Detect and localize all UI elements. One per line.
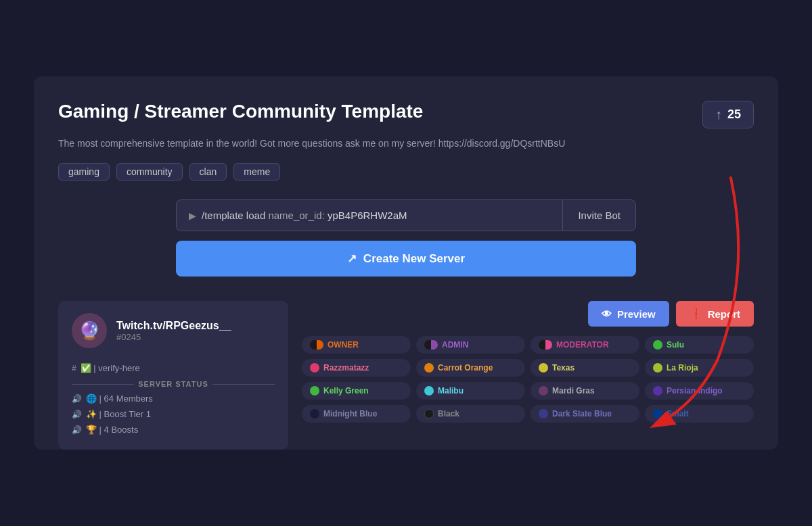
tag-gaming[interactable]: gaming <box>58 163 110 181</box>
channel-boost-tier: 🔊 ✨ | Boost Tier 1 <box>72 406 275 422</box>
role-label: Malibu <box>438 386 464 396</box>
role-dot <box>653 363 662 373</box>
role-persian-indigo: Persian Indigo <box>645 382 754 400</box>
role-razzmatazz: Razzmatazz <box>302 359 411 377</box>
role-dot <box>310 409 319 419</box>
role-black: Black <box>416 405 525 423</box>
bottom-section: 🔮 Twitch.tv/RPGeezus__ #0245 # ✅ | verif… <box>58 301 754 450</box>
role-smalt: Smalt <box>645 405 754 423</box>
role-dot <box>539 386 548 396</box>
upvote-count: 25 <box>727 107 741 122</box>
role-kelly-green: Kelly Green <box>302 382 411 400</box>
role-dot <box>539 409 548 419</box>
cmd-value: ypB4P6RHW2aM <box>328 210 407 221</box>
role-dot <box>539 340 552 350</box>
description: The most comprehensive template in the w… <box>58 137 754 151</box>
action-buttons: 👁 Preview ❗ Report <box>302 301 754 327</box>
role-texas: Texas <box>531 359 639 377</box>
role-dot <box>424 386 434 396</box>
role-label: OWNER <box>328 340 359 350</box>
role-dot <box>310 386 319 396</box>
voice-icon: 🔊 <box>72 394 82 404</box>
main-card: Gaming / Streamer Community Template ↑ 2… <box>34 76 778 450</box>
preview-button[interactable]: 👁 Preview <box>588 301 669 327</box>
voice-icon: 🔊 <box>72 425 82 435</box>
text-channel-icon: # <box>72 364 76 373</box>
command-box[interactable]: ▶ /template load name_or_id: ypB4P6RHW2a… <box>176 199 562 231</box>
roles-panel: 👁 Preview ❗ Report OWNER ADMIN <box>302 301 754 450</box>
role-label: Mardi Gras <box>552 386 595 396</box>
role-dot <box>424 340 438 350</box>
command-text: /template load name_or_id: ypB4P6RHW2aM <box>202 210 407 221</box>
role-dot <box>539 363 548 373</box>
role-label: Carrot Orange <box>438 363 493 373</box>
roles-grid: OWNER ADMIN MODERATOR Sulu Razzmata <box>302 336 754 423</box>
invite-bot-button[interactable]: Invite Bot <box>562 199 636 231</box>
role-label: Texas <box>552 363 574 373</box>
role-label: MODERATOR <box>556 340 609 350</box>
role-label: Dark Slate Blue <box>552 409 612 419</box>
server-info: Twitch.tv/RPGeezus__ #0245 <box>116 320 231 342</box>
tag-meme[interactable]: meme <box>233 163 280 181</box>
role-mardi-gras: Mardi Gras <box>531 382 639 400</box>
report-button[interactable]: ❗ Report <box>676 301 754 327</box>
role-la-rioja: La Rioja <box>645 359 754 377</box>
server-avatar: 🔮 <box>72 313 107 348</box>
channel-name: 🏆 | 4 Boosts <box>86 425 138 435</box>
create-icon: ↗ <box>347 252 357 266</box>
chevron-icon: ▶ <box>189 210 196 221</box>
role-admin: ADMIN <box>416 336 525 354</box>
role-dot <box>310 340 323 350</box>
role-dot <box>653 386 662 396</box>
server-name: Twitch.tv/RPGeezus__ <box>116 320 231 332</box>
role-midnight-blue: Midnight Blue <box>302 405 411 423</box>
role-owner: OWNER <box>302 336 411 354</box>
role-label: La Rioja <box>667 363 698 373</box>
command-row: ▶ /template load name_or_id: ypB4P6RHW2a… <box>176 199 636 231</box>
channel-name: ✅ | verify-here <box>81 363 140 373</box>
voice-icon: 🔊 <box>72 410 82 419</box>
role-dot <box>424 363 434 373</box>
role-label: Kelly Green <box>323 386 369 396</box>
role-dot <box>424 409 434 419</box>
role-label: Sulu <box>667 340 684 350</box>
channel-name: 🌐 | 64 Members <box>86 393 153 404</box>
role-label: Razzmatazz <box>323 363 369 373</box>
role-moderator: MODERATOR <box>531 336 639 354</box>
section-line-right <box>212 384 275 385</box>
server-profile: 🔮 Twitch.tv/RPGeezus__ #0245 <box>72 313 275 348</box>
preview-label: Preview <box>617 308 656 320</box>
upvote-badge[interactable]: ↑ 25 <box>702 101 754 128</box>
server-preview-card: 🔮 Twitch.tv/RPGeezus__ #0245 # ✅ | verif… <box>58 301 288 450</box>
role-dot <box>653 409 662 419</box>
channel-name: ✨ | Boost Tier 1 <box>86 409 151 419</box>
role-dark-slate-blue: Dark Slate Blue <box>531 405 639 423</box>
header: Gaming / Streamer Community Template ↑ 2… <box>58 101 754 128</box>
role-dot <box>310 363 319 373</box>
channel-boosts: 🔊 🏆 | 4 Boosts <box>72 422 275 437</box>
role-malibu: Malibu <box>416 382 525 400</box>
section-server-status: SERVER STATUS <box>72 376 275 391</box>
role-label: Midnight Blue <box>323 409 377 419</box>
report-icon: ❗ <box>690 308 702 320</box>
role-label: Persian Indigo <box>667 386 723 396</box>
create-label: Create New Server <box>363 252 465 266</box>
role-label: Smalt <box>667 409 689 419</box>
tag-clan[interactable]: clan <box>189 163 227 181</box>
role-label: Black <box>438 409 459 419</box>
upvote-icon: ↑ <box>715 107 722 122</box>
channel-verify: # ✅ | verify-here <box>72 360 275 376</box>
role-sulu: Sulu <box>645 336 754 354</box>
tag-community[interactable]: community <box>116 163 183 181</box>
report-label: Report <box>708 308 740 320</box>
preview-icon: 👁 <box>602 308 612 320</box>
tags-list: gaming community clan meme <box>58 163 754 181</box>
channel-list: # ✅ | verify-here SERVER STATUS 🔊 🌐 | 64… <box>72 360 275 437</box>
create-server-button[interactable]: ↗ Create New Server <box>176 241 636 277</box>
section-label: SERVER STATUS <box>138 380 208 388</box>
role-dot <box>653 340 662 350</box>
page-title: Gaming / Streamer Community Template <box>58 101 423 122</box>
section-line-left <box>72 384 134 385</box>
server-id: #0245 <box>116 332 231 342</box>
channel-members: 🔊 🌐 | 64 Members <box>72 391 275 406</box>
